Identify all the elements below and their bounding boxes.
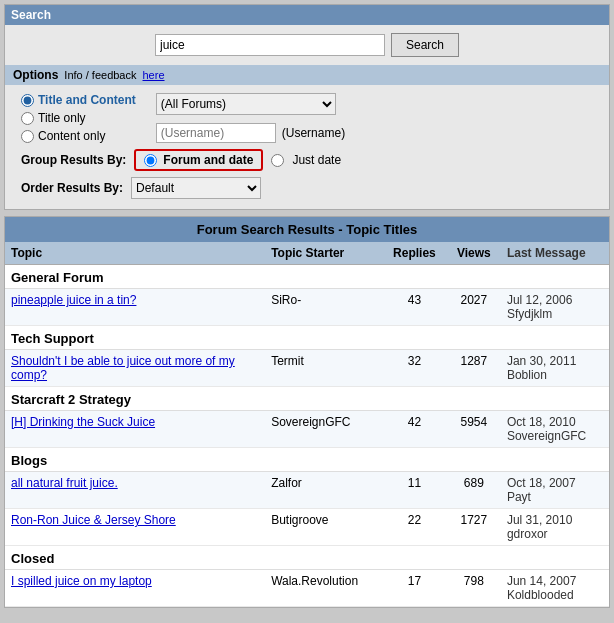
group-name: General Forum — [5, 265, 609, 289]
topic-cell: Shouldn't I be able to juice out more of… — [5, 350, 265, 387]
group-name: Tech Support — [5, 326, 609, 350]
replies-cell: 42 — [382, 411, 447, 448]
views-cell: 689 — [447, 472, 501, 509]
group-header-row: Blogs — [5, 448, 609, 472]
group-header-row: Starcraft 2 Strategy — [5, 387, 609, 411]
search-input[interactable] — [155, 34, 385, 56]
options-label: Options — [13, 68, 58, 82]
replies-cell: 11 — [382, 472, 447, 509]
radio-content-only[interactable] — [21, 130, 34, 143]
order-results-label: Order Results By: — [21, 181, 123, 195]
radio-title-only[interactable] — [21, 112, 34, 125]
last-message-cell: Oct 18, 2007Payt — [501, 472, 609, 509]
col-header-last: Last Message — [501, 242, 609, 265]
content-only-text: Content only — [38, 129, 105, 143]
radio-content-only-label[interactable]: Content only — [21, 129, 136, 143]
radio-title-only-label[interactable]: Title only — [21, 111, 136, 125]
options-grid: Title and Content Title only Content onl… — [21, 93, 593, 143]
table-row: [H] Drinking the Suck JuiceSovereignGFC4… — [5, 411, 609, 448]
group-results-row: Group Results By: Forum and date Just da… — [21, 149, 593, 171]
just-date-label: Just date — [292, 153, 341, 167]
group-results-label: Group Results By: — [21, 153, 126, 167]
topic-link[interactable]: [H] Drinking the Suck Juice — [11, 415, 155, 429]
forum-date-label: Forum and date — [163, 153, 253, 167]
starter-cell: SovereignGFC — [265, 411, 382, 448]
replies-cell: 22 — [382, 509, 447, 546]
page-wrapper: Search Search Options Info / feedback he… — [0, 0, 614, 612]
views-cell: 1727 — [447, 509, 501, 546]
starter-cell: Butigroove — [265, 509, 382, 546]
results-table: Topic Topic Starter Replies Views Last M… — [5, 242, 609, 607]
last-message-cell: Jul 31, 2010gdroxor — [501, 509, 609, 546]
results-section: Forum Search Results - Topic Titles Topi… — [4, 216, 610, 608]
topic-link[interactable]: Ron-Ron Juice & Jersey Shore — [11, 513, 176, 527]
topic-cell: I spilled juice on my laptop — [5, 570, 265, 607]
search-input-row: Search — [5, 25, 609, 65]
group-header-row: Tech Support — [5, 326, 609, 350]
views-cell: 798 — [447, 570, 501, 607]
group-name: Blogs — [5, 448, 609, 472]
col-header-replies: Replies — [382, 242, 447, 265]
radio-title-content-label[interactable]: Title and Content — [21, 93, 136, 107]
radio-title-content[interactable] — [21, 94, 34, 107]
table-row: pineapple juice in a tin?SiRo-432027Jul … — [5, 289, 609, 326]
replies-cell: 17 — [382, 570, 447, 607]
col-header-starter: Topic Starter — [265, 242, 382, 265]
group-name: Closed — [5, 546, 609, 570]
group-header-row: Closed — [5, 546, 609, 570]
views-cell: 5954 — [447, 411, 501, 448]
feedback-text: Info / feedback — [64, 69, 136, 81]
feedback-link[interactable]: here — [143, 69, 165, 81]
starter-cell: Zalfor — [265, 472, 382, 509]
views-cell: 1287 — [447, 350, 501, 387]
order-select[interactable]: Default — [131, 177, 261, 199]
topic-cell: all natural fruit juice. — [5, 472, 265, 509]
replies-cell: 32 — [382, 350, 447, 387]
username-row: (Username) — [156, 123, 345, 143]
title-only-text: Title only — [38, 111, 86, 125]
radio-just-date[interactable] — [271, 154, 284, 167]
radio-column: Title and Content Title only Content onl… — [21, 93, 136, 143]
table-row: Ron-Ron Juice & Jersey ShoreButigroove22… — [5, 509, 609, 546]
col-header-topic: Topic — [5, 242, 265, 265]
table-header-row: Topic Topic Starter Replies Views Last M… — [5, 242, 609, 265]
username-input[interactable] — [156, 123, 276, 143]
title-content-text: Title and Content — [38, 93, 136, 107]
search-panel-title: Search — [5, 5, 609, 25]
last-message-cell: Jan 30, 2011Boblion — [501, 350, 609, 387]
username-label: (Username) — [282, 126, 345, 140]
topic-cell: pineapple juice in a tin? — [5, 289, 265, 326]
options-body: Title and Content Title only Content onl… — [5, 85, 609, 209]
last-message-cell: Jul 12, 2006Sfydjklm — [501, 289, 609, 326]
radio-forum-date[interactable] — [144, 154, 157, 167]
group-results-box: Forum and date — [134, 149, 263, 171]
group-name: Starcraft 2 Strategy — [5, 387, 609, 411]
starter-cell: Termit — [265, 350, 382, 387]
views-cell: 2027 — [447, 289, 501, 326]
table-row: all natural fruit juice.Zalfor11689Oct 1… — [5, 472, 609, 509]
search-panel: Search Search Options Info / feedback he… — [4, 4, 610, 210]
last-message-cell: Oct 18, 2010SovereignGFC — [501, 411, 609, 448]
topic-link[interactable]: I spilled juice on my laptop — [11, 574, 152, 588]
col-header-views: Views — [447, 242, 501, 265]
starter-cell: Wala.Revolution — [265, 570, 382, 607]
group-header-row: General Forum — [5, 265, 609, 289]
topic-link[interactable]: all natural fruit juice. — [11, 476, 118, 490]
topic-cell: [H] Drinking the Suck Juice — [5, 411, 265, 448]
last-message-cell: Jun 14, 2007Koldblooded — [501, 570, 609, 607]
topic-cell: Ron-Ron Juice & Jersey Shore — [5, 509, 265, 546]
order-results-row: Order Results By: Default — [21, 177, 593, 199]
table-row: Shouldn't I be able to juice out more of… — [5, 350, 609, 387]
replies-cell: 43 — [382, 289, 447, 326]
options-row: Options Info / feedback here — [5, 65, 609, 85]
table-row: I spilled juice on my laptopWala.Revolut… — [5, 570, 609, 607]
topic-link[interactable]: Shouldn't I be able to juice out more of… — [11, 354, 235, 382]
forum-select-column: (All Forums) (Username) — [156, 93, 345, 143]
search-button[interactable]: Search — [391, 33, 459, 57]
topic-link[interactable]: pineapple juice in a tin? — [11, 293, 136, 307]
starter-cell: SiRo- — [265, 289, 382, 326]
results-header: Forum Search Results - Topic Titles — [5, 217, 609, 242]
forum-select[interactable]: (All Forums) — [156, 93, 336, 115]
